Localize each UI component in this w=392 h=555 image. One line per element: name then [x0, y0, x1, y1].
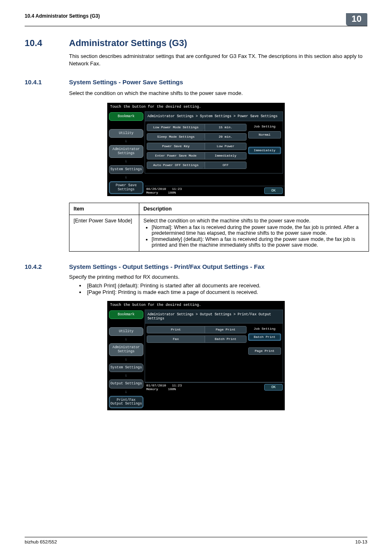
subsection-body: Select the condition on which the machin…: [69, 90, 367, 97]
chapter-number-box: 10: [346, 13, 367, 26]
nav-power-save-settings[interactable]: Power Save Settings: [109, 181, 143, 194]
nav-admin-settings[interactable]: Administrator Settings: [109, 145, 143, 158]
running-header: 10.4 Administrator Settings (G3) 10: [25, 13, 367, 26]
section-heading: 10.4 Administrator Settings (G3): [25, 38, 367, 49]
nav-printfax-output[interactable]: Print/Fax Output Settings: [109, 396, 143, 409]
breadcrumb: Administrator Settings > Output Settings…: [145, 310, 283, 324]
item-cell: [Enter Power Save Mode]: [69, 215, 139, 252]
description-cell: Select the condition on which the machin…: [139, 215, 369, 252]
power-save-key-button[interactable]: Power Save Key Low Power: [147, 143, 247, 150]
table-header-item: Item: [69, 203, 139, 215]
down-arrow-icon: ↓: [125, 176, 127, 180]
sleep-mode-button[interactable]: Sleep Mode Settings 20 min.: [147, 133, 247, 141]
subsection-heading: 10.4.1 System Settings - Power Save Sett…: [25, 79, 367, 86]
page-print-option[interactable]: Page Print: [248, 347, 281, 355]
bookmark-button[interactable]: Bookmark: [109, 310, 143, 319]
subsection-heading: 10.4.2 System Settings - Output Settings…: [25, 263, 367, 270]
nav-admin-settings[interactable]: Administrator Settings: [109, 343, 143, 356]
immediately-option[interactable]: Immediately: [248, 147, 281, 154]
subsection-number: 10.4.2: [25, 263, 69, 270]
nav-system-settings[interactable]: System Settings: [109, 165, 143, 174]
ok-button[interactable]: OK: [264, 187, 283, 194]
footer-info: 01/07/2010 11:23 Memory 100%: [146, 384, 182, 391]
ok-button[interactable]: OK: [264, 384, 283, 391]
down-arrow-icon: ↓: [125, 390, 127, 394]
subsection-body: Specify the printing method for RX docum…: [69, 273, 367, 281]
down-arrow-icon: ↓: [125, 338, 127, 342]
bullet-list: [Batch Print] (default): Printing is sta…: [85, 282, 367, 295]
bookmark-button[interactable]: Bookmark: [109, 112, 143, 121]
table-header-description: Description: [139, 203, 369, 215]
description-table: Item Description [Enter Power Save Mode]…: [69, 203, 369, 252]
fax-button[interactable]: Fax Batch Print: [147, 335, 247, 343]
nav-utility[interactable]: Utility: [109, 129, 143, 138]
nav-system-settings[interactable]: System Settings: [109, 363, 143, 372]
auto-power-off-button[interactable]: Auto Power OFF Settings OFF: [147, 162, 247, 169]
footer-product: bizhub 652/552: [25, 539, 57, 544]
list-item: [Page Print]: Printing is made each time…: [85, 289, 367, 295]
subsection-title: System Settings - Output Settings - Prin…: [69, 263, 265, 270]
breadcrumb: Administrator Settings > System Settings…: [145, 112, 283, 121]
nav-output-settings[interactable]: Output Settings: [109, 379, 143, 388]
table-row: [Enter Power Save Mode] Select the condi…: [69, 215, 369, 252]
job-setting-label: Job Setting: [248, 326, 281, 331]
header-left: 10.4 Administrator Settings (G3): [25, 13, 100, 21]
intro-paragraph: This section describes administrator set…: [69, 53, 367, 67]
low-power-mode-button[interactable]: Low Power Mode Settings 15 min.: [147, 124, 247, 131]
normal-option[interactable]: Normal: [248, 131, 281, 139]
nav-utility[interactable]: Utility: [109, 327, 143, 336]
list-item: [Batch Print] (default): Printing is sta…: [85, 282, 367, 289]
screenshot-instruction: Touch the button for the desired setting…: [108, 103, 284, 111]
screenshot-instruction: Touch the button for the desired setting…: [108, 301, 284, 309]
footer-info: 08/26/2010 11:23 Memory 100%: [146, 187, 182, 194]
output-settings-screenshot: Touch the button for the desired setting…: [107, 301, 285, 411]
down-arrow-icon: ↓: [125, 358, 127, 362]
enter-power-save-mode-button[interactable]: Enter Power Save Mode Immediately: [147, 152, 247, 160]
section-number: 10.4: [25, 38, 69, 49]
down-arrow-icon: ↓: [125, 139, 127, 143]
batch-print-option[interactable]: Batch Print: [248, 333, 281, 341]
job-setting-label: Job Setting: [248, 124, 281, 129]
section-title: Administrator Settings (G3): [69, 38, 187, 49]
subsection-number: 10.4.1: [25, 79, 69, 86]
down-arrow-icon: ↓: [125, 160, 127, 164]
power-save-screenshot: Touch the button for the desired setting…: [107, 103, 285, 196]
down-arrow-icon: ↓: [125, 374, 127, 378]
footer-page-number: 10-13: [355, 539, 367, 544]
print-button[interactable]: Print Page Print: [147, 326, 247, 333]
page-footer: bizhub 652/552 10-13: [25, 537, 367, 544]
subsection-title: System Settings - Power Save Settings: [69, 79, 183, 86]
